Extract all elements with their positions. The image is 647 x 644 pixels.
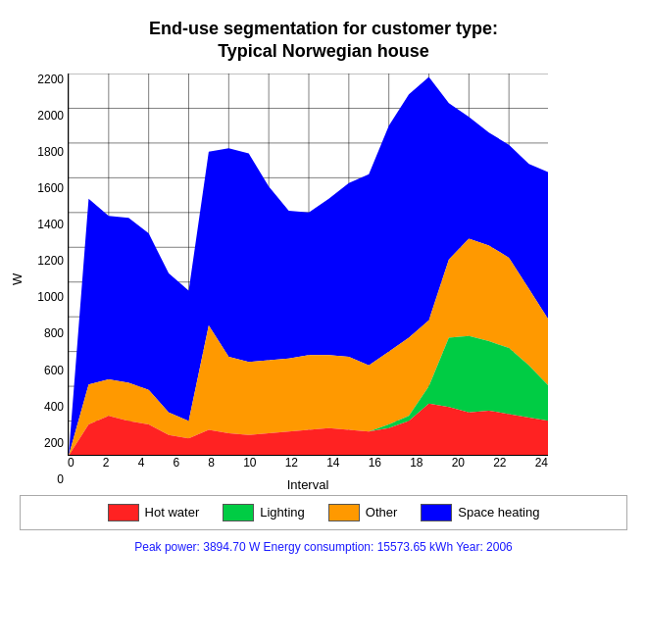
legend-swatch [328,504,360,521]
x-tick: 6 [173,456,179,470]
legend: Hot waterLightingOtherSpace heating [20,495,627,530]
y-tick: 2200 [37,74,64,85]
x-tick: 0 [68,456,75,470]
legend-item: Other [328,504,398,521]
x-tick: 2 [103,456,110,470]
legend-item: Hot water [108,504,200,521]
x-tick: 18 [410,456,423,470]
y-axis: 0200400600800100012001400160018002000220… [28,74,68,485]
x-axis: 024681012141618202224 [68,456,548,470]
page-title: End-use segmentation for customer type: … [149,18,498,64]
chart-wrapper: W 02004006008001000120014001600180020002… [10,74,637,485]
y-tick: 600 [44,365,64,376]
x-tick: 16 [369,456,381,470]
x-tick: 20 [452,456,465,470]
x-tick: 24 [535,456,548,470]
x-tick: 14 [326,456,339,470]
x-tick: 12 [285,456,298,470]
legend-label: Lighting [260,505,305,520]
y-tick: 1000 [37,291,64,303]
y-tick: 800 [44,327,64,339]
y-tick: 2000 [37,110,64,122]
x-tick: 10 [243,456,256,470]
y-tick: 1200 [37,255,64,267]
legend-item: Space heating [421,504,539,521]
legend-swatch [421,504,452,521]
y-tick: 1400 [37,219,64,230]
y-axis-label: W [10,74,25,485]
x-tick: 8 [208,456,215,470]
legend-item: Lighting [223,504,305,521]
x-tick: 4 [138,456,145,470]
legend-swatch [108,504,139,521]
x-tick: 22 [493,456,506,470]
legend-label: Other [366,505,398,520]
x-axis-label: Interval [68,477,548,492]
footer-text: Peak power: 3894.70 W Energy consumption… [134,540,513,554]
plot-area [68,74,548,456]
legend-swatch [223,504,254,521]
chart-container: 0200400600800100012001400160018002000220… [28,74,558,485]
legend-label: Space heating [458,505,539,520]
y-tick: 1800 [37,146,64,158]
y-tick: 200 [44,437,64,449]
legend-label: Hot water [145,505,200,520]
y-tick: 0 [57,473,64,485]
y-tick: 400 [44,401,64,413]
y-tick: 1600 [37,182,64,194]
